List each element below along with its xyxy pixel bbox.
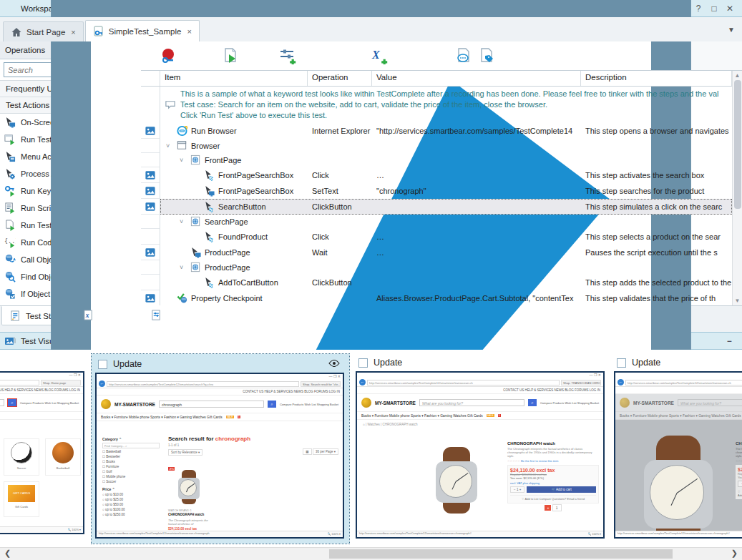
tab-start-page[interactable]: Start Page × <box>3 21 84 41</box>
key-run-icon <box>4 185 16 197</box>
step-operation: Internet Explorer <box>308 127 372 135</box>
update-checkbox[interactable] <box>98 360 107 369</box>
object-method-icon <box>4 254 16 265</box>
window-run-icon <box>4 134 16 145</box>
step-item-name: SearchPage <box>205 217 248 226</box>
mini-url: http://services.smartbear.com/samples/Te… <box>0 380 39 385</box>
visualizer-icon <box>4 335 16 347</box>
scrollbar-thumb[interactable] <box>329 549 673 559</box>
scroll-right-icon[interactable]: ❯ <box>731 549 738 558</box>
mini-status-url: http://services.smartbear.com/samples/Te… <box>359 532 472 536</box>
group-row-productpage[interactable]: ˅ProductPage <box>141 260 732 275</box>
grid-vertical-scrollbar[interactable]: ▲ ▼ <box>732 71 742 305</box>
ie-icon <box>176 125 188 137</box>
group-row-frontpage[interactable]: ˅FrontPage <box>141 153 732 167</box>
mini-search-box <box>0 399 4 406</box>
row-gutter <box>141 167 160 183</box>
comment-line: Click 'Run Test' above to execute this t… <box>180 110 718 121</box>
step-description: Pauses the script execution until the s <box>581 248 732 257</box>
mini-status-url: http://services.smartbear.com/samples/Te… <box>99 532 210 536</box>
mini-nav: Books ▾ Furniture Mobile phone Sports ▾ … <box>0 411 83 420</box>
cursor-click-icon <box>203 277 215 288</box>
step-item-name: FoundProduct <box>218 232 268 241</box>
visualizer-frame-front-page[interactable]: — ❐ ✕←http://services.smartbear.com/samp… <box>0 371 84 534</box>
step-item-name: Run Browser <box>191 127 237 135</box>
update-label: Update <box>632 358 660 368</box>
step-description: This step activates the search box <box>581 171 732 180</box>
column-value[interactable]: Value <box>372 71 581 86</box>
image-icon[interactable] <box>145 293 156 304</box>
cursor-monitor-icon <box>203 185 215 197</box>
scrollbar-thumb[interactable] <box>734 80 741 209</box>
image-icon[interactable] <box>145 125 156 137</box>
column-operation[interactable]: Operation <box>308 71 372 86</box>
eye-icon[interactable] <box>328 359 343 369</box>
scroll-left-icon[interactable]: ❮ <box>4 549 11 558</box>
cursor-click-icon <box>203 201 215 212</box>
column-description[interactable]: Description <box>581 71 732 86</box>
step-item-name: SearchButton <box>218 202 266 211</box>
update-checkbox[interactable] <box>617 358 626 368</box>
test-step-row-property checkpoint[interactable]: Property CheckpointAliases.Browser.Produ… <box>141 290 732 305</box>
column-item[interactable]: Item <box>160 71 308 86</box>
mini-top-links: CONTACT US HELP & SERVICES NEWS BLOG FOR… <box>357 387 603 394</box>
step-operation: ClickButton <box>308 278 372 287</box>
update-label: Update <box>374 358 402 368</box>
web-page-icon <box>190 262 202 273</box>
parameters-icon <box>151 310 162 321</box>
mini-top-links: CONTACT US HELP & SERVICES NEWS BLOG FOR… <box>97 388 343 396</box>
visualizer-frame-search-results[interactable]: Update— ❐ ✕←http://services.smartbear.co… <box>92 354 349 544</box>
tab-close-icon[interactable]: × <box>71 28 75 36</box>
watch-product-image <box>644 436 713 537</box>
row-gutter <box>141 139 160 153</box>
visualizer-frame-product-page[interactable]: Update— ❐ ✕←http://services.smartbear.co… <box>356 354 605 541</box>
store-logo-icon <box>620 398 630 408</box>
visualizer-frame-product-dimmed[interactable]: Update— ❐ ✕←http://services.smartbear.co… <box>614 354 742 541</box>
mini-results: Search result for chronograph1-1 of 1Sor… <box>168 436 338 458</box>
store-logo-text: MY-SMARTSTORE <box>633 401 674 406</box>
visualizer-horizontal-scrollbar[interactable]: ❮ ❯ <box>0 547 742 560</box>
image-icon[interactable] <box>145 185 156 197</box>
scroll-down-icon[interactable]: ▼ <box>735 296 741 305</box>
step-item-name: FrontPageSearchBox <box>218 171 293 180</box>
test-step-row-frontpagesearchbox[interactable]: FrontPageSearchBoxSetText"chronograph"Th… <box>141 183 732 199</box>
tab-list-dropdown-icon[interactable]: ▼ <box>728 26 735 34</box>
cursor-click-icon <box>203 231 215 242</box>
web-page-icon <box>190 216 202 227</box>
workspace-icon <box>4 4 16 14</box>
chevron-down-icon[interactable]: ˅ <box>180 264 187 271</box>
test-step-row-frontpagesearchbox[interactable]: FrontPageSearchBoxClick…This step activa… <box>141 167 732 183</box>
step-value: "http://services.smartbear.com/samples/T… <box>372 127 581 135</box>
step-value: … <box>372 171 581 180</box>
image-icon[interactable] <box>145 201 156 212</box>
tab-close-icon[interactable]: × <box>187 27 191 36</box>
tab-simpletest-sample[interactable]: SimpleTest_Sample × <box>85 20 200 41</box>
test-step-row-searchbutton[interactable]: SearchButtonClickButtonThis step simulat… <box>141 199 732 215</box>
group-row-searchpage[interactable]: ˅SearchPage <box>141 215 732 229</box>
script-run-icon <box>4 202 16 214</box>
chevron-down-icon[interactable]: ˅ <box>166 142 173 149</box>
comment-row[interactable]: This is a sample of what a keyword test … <box>141 87 732 123</box>
scroll-up-icon[interactable]: ▲ <box>735 71 741 80</box>
add-comment-icon[interactable] <box>455 47 472 64</box>
chevron-down-icon[interactable]: ˅ <box>180 157 187 164</box>
row-gutter <box>141 87 160 123</box>
test-step-row-run browser[interactable]: Run BrowserInternet Explorer"http://serv… <box>141 123 732 139</box>
row-gutter <box>141 183 160 199</box>
image-icon[interactable] <box>145 247 156 258</box>
step-description: This step validates that the price of th <box>581 294 732 303</box>
test-step-row-foundproduct[interactable]: FoundProductClick…This step selects a pr… <box>141 229 732 245</box>
mini-product-label: Soccer <box>4 466 39 470</box>
mini-search-button: ⌕ <box>528 399 537 406</box>
cursor-monitor-icon <box>190 247 202 258</box>
test-step-row-productpage[interactable]: ProductPageWait…Pauses the script execut… <box>141 245 732 260</box>
add-label-icon[interactable] <box>478 47 495 64</box>
mini-search-box: chronograph <box>159 401 264 408</box>
update-checkbox[interactable] <box>358 358 368 368</box>
mini-url: http://services.smartbear.com/samples/Te… <box>625 380 742 385</box>
group-row-browser[interactable]: ˅Browser <box>141 139 732 153</box>
chevron-down-icon[interactable]: ˅ <box>180 218 187 225</box>
image-icon[interactable] <box>145 170 156 181</box>
step-value: "chronograph" <box>372 187 581 195</box>
test-step-row-addtocartbutton[interactable]: AddToCartButtonClickButtonThis step adds… <box>141 275 732 290</box>
